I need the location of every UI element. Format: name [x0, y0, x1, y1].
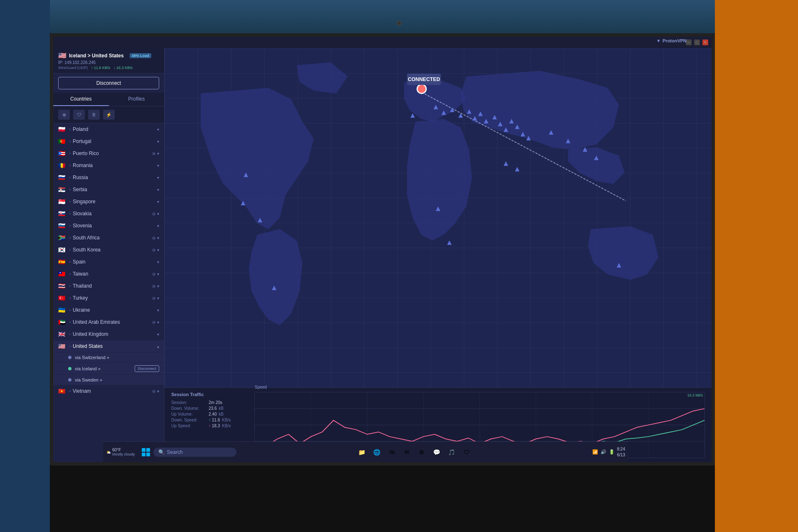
tray-volume-icon[interactable]: 🔊: [601, 449, 606, 455]
taskbar-teams-icon[interactable]: 💬: [430, 446, 443, 459]
clock-date: 6/13: [617, 452, 625, 458]
list-item[interactable]: 🇰🇷 » South Korea ⊖ ▾: [53, 244, 164, 256]
proton-logo: ▼ ProtonVPN: [656, 38, 687, 43]
list-item[interactable]: 🇿🇦 » South Africa ⊖ ▾: [53, 232, 164, 244]
stat-down-volume: Down. Volume: 23.6 kB: [171, 406, 246, 411]
list-item[interactable]: 🇸🇬 » Singapore ▾: [53, 196, 164, 208]
map-area: CONNECTED: [165, 48, 712, 387]
stat-up-vol-label: Up Volume:: [171, 412, 209, 416]
search-placeholder-text: Search: [167, 449, 183, 455]
max-speed-label: 10.2 kB/s: [687, 393, 703, 397]
taskbar-music-icon[interactable]: 🎵: [445, 446, 458, 459]
tab-bar: Countries Profiles: [53, 93, 164, 106]
connection-ip: IP: 149.102.226.245: [58, 60, 159, 65]
stat-up-volume: Up Volume: 2.40 kB: [171, 412, 246, 416]
list-item[interactable]: 🇦🇪 » United Arab Emirates ⊖ ▾: [53, 316, 164, 328]
taskbar-protonvpn-icon[interactable]: 🛡: [460, 446, 473, 459]
taskbar-settings-icon[interactable]: ⚙: [415, 446, 429, 459]
webcam: [397, 21, 401, 26]
upload-speed: ↓ 16.3 KB/s: [113, 66, 133, 70]
search-icon: 🔍: [158, 449, 165, 455]
filter-speed[interactable]: ⚡: [103, 110, 115, 120]
weather-temp: 60°F: [112, 448, 135, 452]
stat-up-spd-value: ↑ 18.3 KB/s: [209, 424, 231, 428]
connected-country-text: Iceland > United States: [69, 53, 124, 59]
stat-down-speed: Down. Speed: ↑ 11.6 KB/s: [171, 418, 246, 422]
session-traffic-title: Session Traffic: [171, 392, 246, 397]
speed-axis-label: Speed: [255, 385, 267, 389]
list-item[interactable]: 🇸🇰 » Slovakia ⊖ ▾: [53, 208, 164, 220]
taskbar-edge-icon[interactable]: 🌐: [370, 446, 384, 459]
screen: ▼ ProtonVPN ─ □ ✕ 🇺🇸 Iceland > United St…: [50, 33, 715, 466]
list-item[interactable]: 🇸🇮 » Slovenia ▾: [53, 220, 164, 232]
window-controls: ─ □ ✕: [686, 39, 708, 45]
taskbar-files-icon[interactable]: 📁: [355, 446, 369, 459]
bg-top: [50, 0, 715, 33]
taskbar-store-icon[interactable]: 🛍: [385, 446, 399, 459]
united-kingdom-label: United Kingdom: [73, 331, 157, 337]
sidebar: 🇺🇸 Iceland > United States 48% Load IP: …: [53, 48, 165, 462]
list-item-united-states[interactable]: 🇺🇸 » United States ▴: [53, 340, 164, 352]
tab-countries[interactable]: Countries: [53, 93, 109, 106]
close-button[interactable]: ✕: [702, 39, 708, 45]
sub-item-iceland[interactable]: via Iceland » Disconnect: [53, 363, 164, 375]
tray-network-icon[interactable]: 📶: [592, 449, 598, 455]
list-item[interactable]: 🇵🇹 » Portugal ▾: [53, 135, 164, 148]
stat-down-vol-value: 23.6 kB: [209, 406, 224, 411]
weather-condition: Mostly cloudy: [112, 452, 135, 456]
list-item[interactable]: 🇹🇼 » Taiwan ⊖ ▾: [53, 268, 164, 280]
list-item[interactable]: 🇷🇺 » Russia ▾: [53, 172, 164, 184]
list-item[interactable]: 🇹🇷 » Turkey ⊖ ▾: [53, 292, 164, 304]
connection-header: 🇺🇸 Iceland > United States 48% Load IP: …: [53, 48, 164, 74]
taskbar-icons: 📁 🌐 🛍 ✉ ⚙ 💬 🎵 🛡: [238, 446, 591, 459]
map-grid: [165, 48, 712, 387]
list-item[interactable]: 🇷🇴 » Romania ▾: [53, 160, 164, 172]
stat-down-vol-label: Down. Volume:: [171, 406, 209, 411]
list-item[interactable]: 🇻🇳 » Vietnam ⊖ ▾: [53, 385, 164, 397]
list-item[interactable]: 🇷🇸 » Serbia ▾: [53, 184, 164, 196]
stat-session: Session: 2m 20s: [171, 400, 246, 405]
tab-profiles[interactable]: Profiles: [109, 93, 165, 106]
country-list: 🇵🇱 » Poland ▾ 🇵🇹 » Portugal ▾ 🇵🇷 » Puert…: [53, 123, 164, 462]
connection-country: 🇺🇸 Iceland > United States 48% Load: [58, 52, 159, 59]
clock-time: 8:24: [617, 446, 625, 452]
list-item[interactable]: 🇵🇱 » Poland ▾: [53, 123, 164, 135]
filter-secure[interactable]: 🛡: [73, 110, 85, 120]
stat-down-spd-value: ↑ 11.6 KB/s: [209, 418, 231, 422]
sub-disconnect-button[interactable]: Disconnect: [135, 365, 159, 372]
filter-b[interactable]: B: [88, 110, 100, 120]
stat-up-speed: Up Speed: ↑ 18.3 KB/s: [171, 424, 246, 428]
download-speed: ↑ 11.6 KB/s: [91, 66, 110, 70]
taskbar-mail-icon[interactable]: ✉: [400, 446, 414, 459]
list-item[interactable]: 🇪🇸 » Spain ▾: [53, 256, 164, 268]
system-clock[interactable]: 8:24 6/13: [617, 446, 625, 458]
start-button[interactable]: [140, 446, 152, 458]
list-item[interactable]: 🇹🇭 » Thailand ⊖ ▾: [53, 280, 164, 292]
minimize-button[interactable]: ─: [686, 39, 692, 45]
filter-all[interactable]: ⊕: [58, 110, 70, 120]
list-item-united-kingdom[interactable]: 🇬🇧 » United Kingdom ▾: [53, 328, 164, 340]
list-item[interactable]: 🇵🇷 » Puerto Rico ⊖ ▾: [53, 148, 164, 160]
maximize-button[interactable]: □: [694, 39, 700, 45]
stat-up-vol-value: 2.40 kB: [209, 412, 224, 416]
protocol-text: WireGuard (UDP): [58, 66, 88, 70]
title-bar: ▼ ProtonVPN ─ □ ✕: [53, 37, 712, 48]
stat-session-label: Session:: [171, 400, 209, 405]
sub-item-sweden[interactable]: via Sweden »: [53, 375, 164, 385]
stat-up-spd-label: Up Speed:: [171, 424, 209, 428]
connection-protocol: WireGuard (UDP) ↑ 11.6 KB/s ↓ 16.3 KB/s: [58, 66, 159, 70]
list-item[interactable]: 🇺🇦 » Ukraine ▾: [53, 304, 164, 316]
bg-right: [715, 0, 798, 532]
search-bar[interactable]: 🔍 Search: [153, 448, 236, 457]
system-tray: 📶 🔊 🔋 8:24 6/13: [592, 446, 625, 458]
filter-icons: ⊕ 🛡 B ⚡: [53, 106, 164, 123]
weather-widget: ⛅ 60°F Mostly cloudy: [106, 448, 135, 456]
tray-battery-icon[interactable]: 🔋: [609, 449, 615, 455]
disconnect-button[interactable]: Disconnect: [58, 77, 159, 89]
taskbar: ⛅ 60°F Mostly cloudy 🔍 Search 📁 �: [103, 441, 628, 462]
sub-item-switzerland[interactable]: via Switzerland »: [53, 352, 164, 363]
stat-down-spd-label: Down. Speed:: [171, 418, 209, 422]
us-sub-section: via Switzerland » via Iceland » Disconne…: [53, 352, 164, 385]
bg-left: [0, 0, 50, 532]
app-logo-text: ProtonVPN: [663, 38, 687, 43]
